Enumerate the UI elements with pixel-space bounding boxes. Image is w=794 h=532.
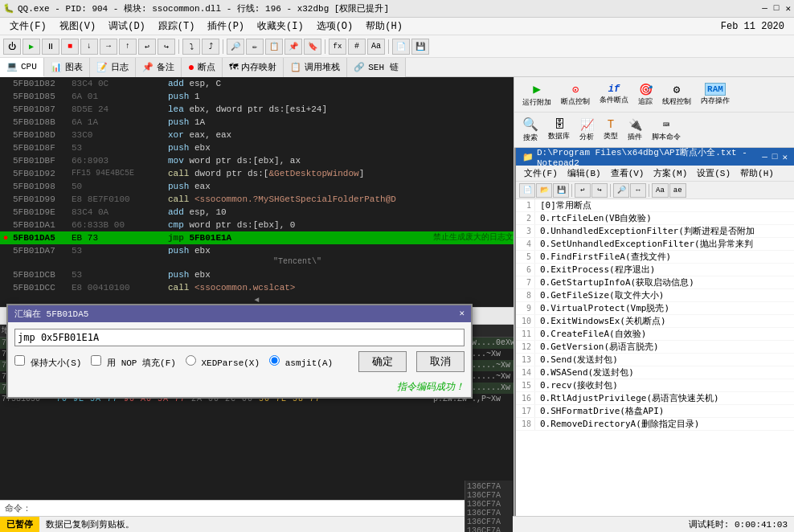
tb-bookmark[interactable]: 🔖 xyxy=(304,39,321,55)
np-tb-redo[interactable]: ↪ xyxy=(591,183,608,198)
breakpoint-control-button[interactable]: ⊙ 断点控制 xyxy=(558,81,593,108)
np-menu-help[interactable]: 帮助(H) xyxy=(735,166,779,181)
analyze-label: 分析 xyxy=(579,132,594,142)
popup-close-icon[interactable]: ✕ xyxy=(459,308,465,320)
menu-plugin[interactable]: 插件(P) xyxy=(201,18,251,35)
tb-restart[interactable]: ⏻ xyxy=(3,39,21,55)
tab-log[interactable]: 📝 日志 xyxy=(90,58,136,77)
disasm-row[interactable]: 5FB01D98 50 push eax xyxy=(0,180,514,193)
menu-view[interactable]: 视图(V) xyxy=(53,18,103,35)
trace-button[interactable]: 🎯 追踪 xyxy=(635,81,656,108)
menu-favorites[interactable]: 收藏夹(I) xyxy=(251,18,310,35)
menu-trace[interactable]: 跟踪(T) xyxy=(152,18,202,35)
np-tb-find[interactable]: 🔎 xyxy=(613,183,629,198)
disasm-row[interactable]: 5FB01D92 FF15 94E4BC5E call dword ptr ds… xyxy=(0,167,514,180)
disasm-row[interactable]: 5FB01DA1 66:833B 00 cmp word ptr ds:[ebx… xyxy=(0,219,514,231)
tab-notes[interactable]: 📌 备注 xyxy=(136,58,182,77)
thread-control-button[interactable]: ⚙ 线程控制 xyxy=(659,81,694,108)
tb-edit[interactable]: ✏ xyxy=(246,39,264,55)
database-button[interactable]: 🗄 数据库 xyxy=(545,117,573,143)
types-label: 类型 xyxy=(604,131,618,141)
asmjit-radio[interactable] xyxy=(269,355,280,366)
plugins-button[interactable]: 🔌 插件 xyxy=(624,117,645,144)
tab-callstack[interactable]: 📋 调用堆栈 xyxy=(284,58,347,77)
np-menu-view[interactable]: 查看(V) xyxy=(606,166,649,181)
notepad-content[interactable]: 1 [0]常用断点 2 0.rtcFileLen(VB自效验) 3 0.Unha… xyxy=(516,199,794,518)
disassembly-after[interactable]: "Tencent\" 5FB01DCB 53 push ebx 5FB01DCC… xyxy=(0,254,514,307)
np-tb-undo[interactable]: ↩ xyxy=(575,183,591,198)
analyze-button[interactable]: 📈 分析 xyxy=(576,117,597,144)
script-cmd-button[interactable]: ⌨ 脚本命令 xyxy=(649,117,684,144)
np-tb-replace[interactable]: ↔ xyxy=(630,183,646,198)
tb-font[interactable]: Aa xyxy=(367,39,385,55)
tb-back[interactable]: ↩ xyxy=(138,39,156,55)
maximize-button[interactable]: □ xyxy=(774,3,780,14)
np-close[interactable]: ✕ xyxy=(782,152,788,162)
np-maximize[interactable]: □ xyxy=(772,152,778,162)
run-attach-button[interactable]: ▶ 运行附加 xyxy=(519,80,555,109)
np-minimize[interactable]: — xyxy=(762,152,767,162)
menu-file[interactable]: 文件(F) xyxy=(3,18,53,35)
cancel-button[interactable]: 取消 xyxy=(416,351,465,372)
disasm-row[interactable]: 5FB01DA7 53 push ebx xyxy=(0,244,514,254)
np-menu-edit[interactable]: 编辑(B) xyxy=(563,166,606,181)
tb-pin[interactable]: 📌 xyxy=(284,39,302,55)
types-button[interactable]: T 类型 xyxy=(600,117,621,143)
menu-debug[interactable]: 调试(D) xyxy=(102,18,152,35)
tb-hash[interactable]: # xyxy=(348,39,366,55)
confirm-button[interactable]: 确定 xyxy=(358,351,407,372)
disasm-row[interactable]: 5FB01D82 83C4 0C add esp, C xyxy=(0,77,514,90)
tb-search[interactable]: 🔎 xyxy=(227,39,244,55)
np-tb-font-size[interactable]: Aa xyxy=(652,183,669,198)
jump-address-input[interactable] xyxy=(14,329,465,346)
tab-cpu[interactable]: 💻 CPU xyxy=(0,58,44,77)
np-tb-ae[interactable]: ae xyxy=(669,183,686,198)
tab-seh[interactable]: 🔗 SEH 链 xyxy=(347,58,405,77)
np-tb-save[interactable]: 💾 xyxy=(553,183,569,198)
disasm-row[interactable]: 5FB01DCC E8 00410100 call <ssocommon.wcs… xyxy=(0,281,514,294)
keep-size-checkbox[interactable] xyxy=(14,355,25,366)
tb-run[interactable]: ▶ xyxy=(23,39,40,55)
memory-ops-button[interactable]: RAM 内存操作 xyxy=(698,81,733,108)
tb-goto[interactable]: ⤵ xyxy=(182,39,200,55)
disasm-row[interactable]: 5FB01DCB 53 push ebx xyxy=(0,268,514,281)
search-button[interactable]: 🔍 搜索 xyxy=(519,115,542,145)
np-tb-new[interactable]: 📄 xyxy=(519,183,535,198)
tb-pause[interactable]: ⏸ xyxy=(42,39,59,55)
tb-copy[interactable]: 📋 xyxy=(265,39,283,55)
disasm-row[interactable]: 5FB01D8D 33C0 xor eax, eax xyxy=(0,129,514,141)
conditional-bp-button[interactable]: if 条件断点 xyxy=(596,82,632,107)
tb-step-out[interactable]: ↑ xyxy=(119,39,137,55)
disasm-row[interactable]: 5FB01D9E 83C4 0A add esp, 10 xyxy=(0,206,514,219)
disasm-row[interactable]: 5FB01D8B 6A 1A push 1A xyxy=(0,116,514,129)
disassembly-view[interactable]: 5FB01D82 83C4 0C add esp, C 5FB01D85 6A … xyxy=(0,77,514,254)
menu-help[interactable]: 帮助(H) xyxy=(359,18,409,35)
disasm-row[interactable]: 5FB01D87 8D5E 24 lea ebx, dword ptr ds:[… xyxy=(0,103,514,116)
tab-breakpoints[interactable]: ● 断点 xyxy=(182,58,223,77)
tab-memmap[interactable]: 🗺 内存映射 xyxy=(223,58,284,77)
tb-stop[interactable]: ■ xyxy=(61,39,79,55)
np-menu-file[interactable]: 文件(F) xyxy=(519,166,563,181)
disasm-row[interactable]: 5FB01D8F 53 push ebx xyxy=(0,141,514,154)
tb-step-into[interactable]: ↓ xyxy=(80,39,98,55)
disasm-row[interactable]: 5FB01DBF 66:8903 mov word ptr ds:[ebx], … xyxy=(0,154,514,167)
command-input[interactable] xyxy=(36,503,513,514)
disasm-row[interactable]: 5FB01D85 6A 01 push 1 xyxy=(0,90,514,103)
minimize-button[interactable]: — xyxy=(762,3,767,14)
np-menu-settings[interactable]: 设置(S) xyxy=(692,166,735,181)
tb-save[interactable]: 💾 xyxy=(411,39,429,55)
menu-options[interactable]: 选项(O) xyxy=(310,18,360,35)
close-button[interactable]: ✕ xyxy=(785,3,791,14)
tb-step-over[interactable]: → xyxy=(100,39,117,55)
tab-graph[interactable]: 📊 图表 xyxy=(44,58,90,77)
np-tb-open[interactable]: 📂 xyxy=(536,183,552,198)
tb-new[interactable]: 📄 xyxy=(392,39,410,55)
xedparse-radio[interactable] xyxy=(186,355,196,366)
np-menu-scheme[interactable]: 方案(M) xyxy=(649,166,692,181)
tb-forward[interactable]: ↪ xyxy=(158,39,175,55)
tb-fx[interactable]: fx xyxy=(329,39,346,55)
nop-fill-checkbox[interactable] xyxy=(91,355,101,366)
disasm-row-active[interactable]: ● 5FB01DA5 EB 73 jmp 5FB01E1A 禁止生成废大的日志文 xyxy=(0,231,514,244)
disasm-row[interactable]: 5FB01D99 E8 8E7F0100 call <ssocommon.?My… xyxy=(0,193,514,206)
tb-back2[interactable]: ⤴ xyxy=(202,39,219,55)
